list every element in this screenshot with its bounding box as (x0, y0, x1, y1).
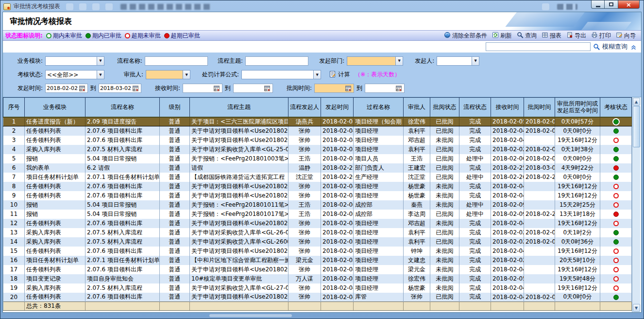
table-row[interactable]: 18项目变更记录项目自身审批知会普通10#核定单项目变更单审批万人谋2018-0… (3, 274, 632, 284)
cell-module: 任务领料列表 (25, 126, 85, 136)
chevron-down-icon[interactable]: ▼ (313, 71, 321, 79)
clear-filter-button[interactable]: 清除全部条件 (441, 31, 490, 40)
search-row: 模糊查询 (3, 41, 641, 53)
table-row[interactable]: 2任务领料列表2.07.6 项目领料出库普通关于申请对项目领料单<Use2018… (3, 126, 632, 136)
fuzzy-search-button[interactable]: 模糊查询 (593, 42, 627, 51)
table-row[interactable]: 5报销5.04 项目日常报销普通关于报销：<FeePrg201801003笔>在… (3, 154, 632, 163)
table-row[interactable]: 12任务领料列表2.07.6 项目领料出库普通关于申请对项目领料单<Use201… (3, 219, 632, 228)
footer-cell (3, 302, 25, 311)
start-time-to-field[interactable] (99, 84, 141, 93)
receive-time-to-input[interactable] (234, 85, 264, 91)
horizontal-scrollbar-thumb[interactable] (209, 314, 292, 317)
cell-receive-date: 2018-02-02 (491, 256, 524, 265)
calculate-button[interactable]: 计算 (329, 71, 350, 79)
penalty-formula-select[interactable]: ▼ (241, 70, 321, 79)
scroll-up-button[interactable]: ▲ (633, 98, 640, 106)
column-header-initiator[interactable]: 流程发起人 (288, 98, 321, 117)
cell-initiator: 张帅 (288, 284, 321, 293)
column-header-process[interactable]: 流程名称 (85, 98, 160, 117)
receive-time-to-field[interactable] (233, 84, 273, 93)
business-module-select[interactable]: ▼ (45, 56, 104, 66)
table-row[interactable]: 16项目任务材料计划单2.07.1 项目任务材料计划单普通【中和片区地下综合管廊… (3, 256, 632, 265)
column-header-review-status[interactable]: 批阅状态 (430, 98, 459, 117)
status-icon-red-hollow (125, 33, 130, 38)
table-row[interactable]: 10报销5.04 项目日常报销普通关于报销：<FeePrg201801011笔>… (3, 200, 632, 210)
column-header-approver[interactable]: 审批人 (404, 98, 430, 117)
table-row[interactable]: 4采购入库列表2.07.5 材料入库流程普通关于申请对采购收货入库单<GL-25… (3, 145, 632, 154)
approver-select[interactable]: ▼ (146, 70, 190, 79)
status-icon-red-hollow (613, 221, 619, 226)
table-row[interactable]: 1任务进度报告（新）2.09 项目进度报告普通关于项目：<三六三医院犀浦院区项目… (3, 117, 632, 126)
column-header-step[interactable]: 过程名称 (354, 98, 404, 117)
scroll-down-button[interactable]: ▼ (633, 304, 640, 312)
chevron-down-icon[interactable]: ▼ (183, 71, 190, 79)
process-subject-input[interactable] (245, 56, 308, 66)
cell-level: 普通 (160, 247, 190, 256)
vertical-scrollbar[interactable]: ▲ ▼ (632, 97, 640, 312)
review-time-to-field[interactable] (365, 84, 405, 93)
process-name-input[interactable] (145, 56, 208, 66)
table-row[interactable]: 8任务领料列表2.07.6 项目领料出库普通关于申请对项目领料单<Use2018… (3, 182, 632, 191)
review-time-from-input[interactable] (315, 85, 345, 91)
assess-status-select[interactable]: <<全部>>▼ (45, 70, 104, 79)
table-row[interactable]: 14采购入库列表2.07.5 材料入库流程普通关于申请对采购收货入库单<GL-2… (3, 237, 632, 247)
scrollbar-thumb[interactable] (633, 106, 640, 147)
column-header-assess-status[interactable]: 考核状态 (600, 98, 632, 117)
export-button[interactable]: 导出 (564, 31, 589, 40)
wizard-button[interactable]: 向导 (613, 31, 638, 40)
cell-level: 普通 (160, 200, 190, 210)
minimize-button[interactable] (591, 0, 605, 9)
cell-assess-status (600, 126, 632, 136)
column-header-flow-status[interactable]: 流程状态 (459, 98, 491, 117)
maximize-button[interactable] (605, 0, 618, 9)
cell-assess-status (600, 163, 632, 173)
receive-time-from-input[interactable] (183, 85, 213, 91)
start-time-to-input[interactable] (99, 85, 132, 91)
search-input[interactable] (486, 42, 591, 51)
table-row[interactable]: 17任务领料列表2.07.6 项目领料出库普通关于申请对项目领料单<Use201… (3, 265, 632, 274)
column-header-no[interactable]: 序号 (3, 98, 25, 117)
initiator-select[interactable]: ▼ (437, 56, 479, 66)
collapse-panel-button[interactable] (630, 43, 637, 51)
fuzzy-search-label: 模糊查询 (602, 42, 627, 51)
cell-review-status: 未批阅 (430, 284, 459, 293)
cell-receive-date: 2018-02-04 (491, 182, 524, 191)
start-time-from-input[interactable] (46, 85, 79, 91)
column-header-duration[interactable]: 审批所用时间或发起后至今时间 (555, 98, 600, 117)
report-button[interactable]: 报表 (539, 31, 564, 40)
table-row[interactable]: 11报销5.04 项目日常报销普通关于报销：<FeePrg201801017笔>… (3, 210, 632, 219)
column-header-subject[interactable]: 流程主题 (190, 98, 288, 117)
table-row[interactable]: 3任务领料列表2.07.6 项目领料出库普通关于申请对项目领料单<Use2018… (3, 136, 632, 145)
start-time-from-field[interactable] (45, 84, 88, 93)
table-row[interactable]: 7项目任务材料计划单2.07.1 项目任务材料计划单普通【成都国际铁路港货运大道… (3, 173, 632, 182)
chevron-down-icon[interactable]: ▼ (395, 57, 403, 65)
cell-start-date: 2018-02-04 (321, 191, 354, 200)
cell-start-date: 2018-02-04 (321, 219, 354, 228)
chevron-down-icon[interactable]: ▼ (97, 71, 104, 79)
column-header-review-date[interactable]: 批阅时间 (524, 98, 555, 117)
cell-review-date: 2018-02-06 (524, 154, 555, 163)
receive-time-from-field[interactable] (183, 84, 222, 93)
table-row[interactable]: 19采购入库列表2.07.5 材料入库流程普通关于申请对采购收货入库单<GL-2… (3, 284, 632, 293)
table-row[interactable]: 13采购入库列表2.07.5 材料入库流程普通关于申请对采购收货入库单<GL-2… (3, 228, 632, 237)
column-header-module[interactable]: 业务模块 (25, 98, 85, 117)
cell-process: 5.04 项目日常报销 (85, 210, 160, 219)
status-icon-red-filled (164, 33, 169, 38)
chevron-down-icon[interactable]: ▼ (97, 57, 104, 65)
column-header-receive-date[interactable]: 接收时间 (491, 98, 524, 117)
close-button[interactable]: × (618, 0, 640, 9)
search-button[interactable]: 查询 (514, 31, 539, 40)
chevron-down-icon[interactable]: ▼ (472, 57, 479, 65)
nav-ghost-icon (66, 3, 73, 10)
table-row[interactable]: 9任务领料列表2.07.6 项目领料出库普通关于申请对项目领料单<Use2018… (3, 191, 632, 200)
review-time-to-input[interactable] (365, 85, 395, 91)
column-header-level[interactable]: 级别 (160, 98, 190, 117)
initiating-dept-select[interactable]: ▼ (347, 56, 403, 66)
column-header-start-date[interactable]: 发起时间 (321, 98, 354, 117)
table-row[interactable]: 15任务领料列表2.07.6 项目领料出库普通关于申请对项目领料单<Use201… (3, 247, 632, 256)
table-row[interactable]: 20任务领料列表2.07.6 项目领料出库普通关于申请对项目领料单<Use201… (3, 293, 632, 302)
print-button[interactable]: 打印 (589, 31, 613, 40)
review-time-from-field[interactable] (314, 84, 354, 93)
table-row[interactable]: 6我的表单6.2 请假普通请假温静2018-02-25部门负责人王建宏已批阅完成… (3, 163, 632, 173)
refresh-button[interactable]: 刷新 (490, 31, 514, 40)
